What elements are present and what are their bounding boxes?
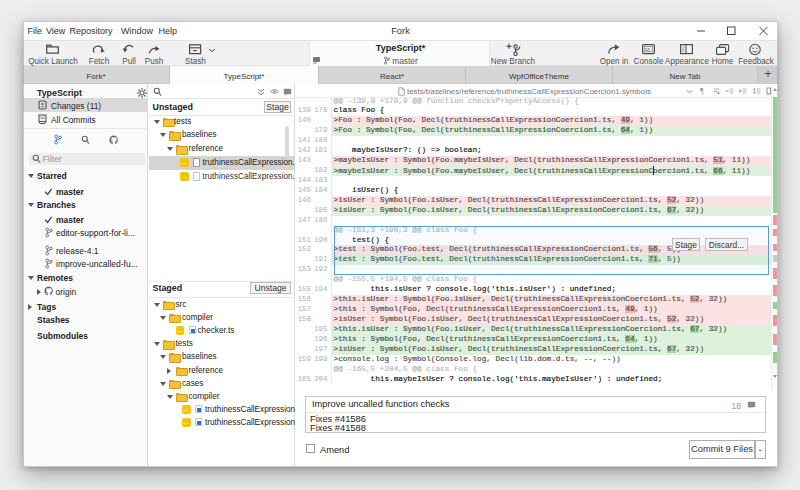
svg-text:cʌ: cʌ (645, 47, 650, 52)
svg-text:¶: ¶ (700, 87, 704, 95)
